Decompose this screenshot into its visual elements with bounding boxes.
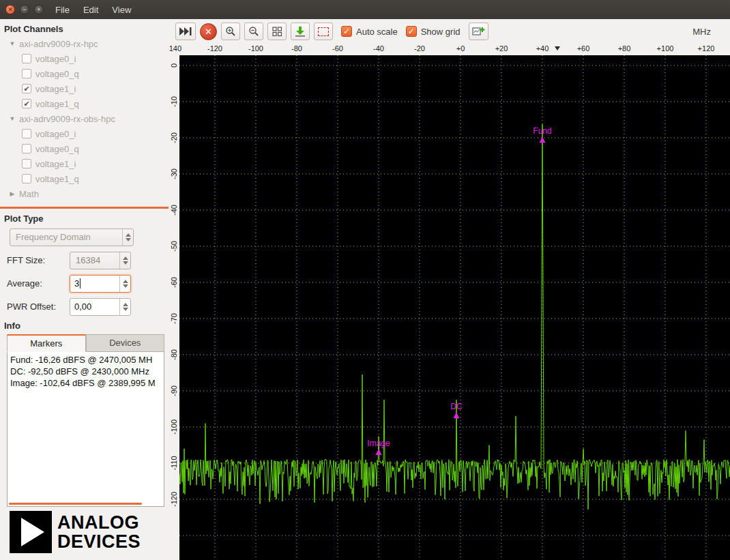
show-grid-checkbox[interactable]: ✓ <box>406 26 417 37</box>
channel-checkbox[interactable] <box>22 159 31 168</box>
spectrum-plot[interactable]: FundDCImage <box>179 55 730 560</box>
expander-down-icon[interactable]: ▼ <box>8 40 16 47</box>
channel-checkbox[interactable] <box>22 69 31 78</box>
channel-checkbox[interactable]: ✔ <box>22 99 31 108</box>
zoom-fit-button[interactable] <box>267 23 287 40</box>
select-region-icon <box>318 27 329 36</box>
tree-channel-row[interactable]: voltage0_q <box>3 66 169 81</box>
tree-item-label: voltage0_q <box>35 69 79 79</box>
window-minimize-button[interactable]: − <box>20 5 29 14</box>
x-tick-label: -60 <box>332 44 343 53</box>
stop-icon: ✕ <box>205 27 212 37</box>
x-tick-label: -140 <box>169 44 181 53</box>
window-close-button[interactable]: ✕ <box>5 5 15 14</box>
x-tick-label: +20 <box>495 44 508 53</box>
pwr-offset-label: PWR Offset: <box>7 301 70 312</box>
menu-edit[interactable]: Edit <box>76 2 105 18</box>
tree-channel-row[interactable]: ✔voltage1_i <box>3 81 169 96</box>
x-tick-label: +40 <box>536 44 549 53</box>
y-tick-label: 0 <box>170 63 178 68</box>
stop-capture-button[interactable]: ✕ <box>200 23 217 40</box>
fft-size-value: 16384 <box>70 255 119 265</box>
x-tick-label: -120 <box>207 44 222 53</box>
zoom-fit-icon <box>272 27 282 37</box>
tab-devices[interactable]: Devices <box>86 334 165 352</box>
chevron-updown-icon <box>119 252 130 269</box>
tree-channel-row[interactable]: voltage0_q <box>3 141 169 156</box>
channel-checkbox[interactable] <box>22 174 31 183</box>
show-grid-option[interactable]: ✓ Show grid <box>406 26 461 37</box>
marker-label: DC <box>450 402 463 411</box>
select-region-button[interactable] <box>314 23 333 40</box>
tree-device-row[interactable]: ▼axi-adrv9009-rx-obs-hpc <box>3 111 169 126</box>
x-tick-label: +60 <box>577 44 590 53</box>
tree-item-label: voltage1_i <box>35 159 76 169</box>
plot-type-value: Frequency Domain <box>10 232 122 242</box>
save-image-button[interactable] <box>291 23 310 40</box>
channel-checkbox[interactable]: ✔ <box>22 84 31 93</box>
y-tick-label: -80 <box>170 349 178 360</box>
tree-device-row[interactable]: ▼axi-adrv9009-rx-hpc <box>3 36 169 51</box>
channel-checkbox[interactable] <box>22 129 31 138</box>
plot-background[interactable] <box>179 55 730 560</box>
x-tick-label: -40 <box>373 44 384 53</box>
x-axis: -140-120-100-80-60-40-20+0+20+40+60+80+1… <box>169 44 730 55</box>
y-tick-label: -70 <box>170 313 178 324</box>
horizontal-scrollbar[interactable] <box>9 503 142 505</box>
tree-item-label: voltage1_i <box>35 84 76 94</box>
menu-file[interactable]: File <box>48 2 76 18</box>
marker-readout-panel: Fund: -16,26 dBFS @ 2470,005 MHDC: -92,5… <box>7 352 164 507</box>
pwr-offset-value: 0,00 <box>70 301 119 312</box>
x-tick-label: -100 <box>248 44 263 53</box>
y-tick-label: -60 <box>170 277 178 288</box>
marker-label: Image <box>367 439 390 448</box>
y-tick-label: -110 <box>170 456 178 470</box>
x-tick-label: +120 <box>698 44 715 53</box>
zoom-in-button[interactable] <box>221 23 240 40</box>
spinner-updown-icon[interactable] <box>119 276 130 292</box>
expander-down-icon[interactable]: ▼ <box>8 115 16 122</box>
y-tick-label: -120 <box>170 492 178 507</box>
zoom-out-icon <box>248 26 259 37</box>
plot-channels-heading: Plot Channels <box>0 22 169 36</box>
sidebar: Plot Channels ▼axi-adrv9009-rx-hpcvoltag… <box>0 19 169 560</box>
menu-view[interactable]: View <box>105 2 138 18</box>
tree-item-label: voltage1_q <box>35 99 79 109</box>
average-spinbox[interactable]: 3 <box>70 275 131 293</box>
channel-checkbox[interactable] <box>22 54 31 63</box>
window-titlebar: ✕ − + File Edit View <box>0 0 730 19</box>
expander-right-icon[interactable]: ▶ <box>8 190 16 197</box>
y-tick-label: -90 <box>170 385 178 396</box>
tree-channel-row[interactable]: ✔voltage1_q <box>3 96 169 111</box>
average-label: Average: <box>7 278 70 289</box>
tree-channel-row[interactable]: voltage0_i <box>3 51 169 66</box>
capture-play-icon <box>179 27 192 36</box>
zoom-out-button[interactable] <box>244 23 263 40</box>
tree-channel-row[interactable]: voltage1_q <box>3 171 169 186</box>
y-tick-label: -100 <box>170 419 178 434</box>
chevron-updown-icon <box>122 229 133 246</box>
spinner-updown-icon[interactable] <box>119 299 130 315</box>
tree-channel-row[interactable]: voltage1_i <box>3 156 169 171</box>
channel-checkbox[interactable] <box>22 144 31 153</box>
tree-math-row[interactable]: ▶Math <box>3 186 169 201</box>
capture-play-button[interactable] <box>175 23 196 40</box>
x-tick-label: +100 <box>657 44 674 53</box>
tab-markers[interactable]: Markers <box>7 334 86 352</box>
new-plot-button[interactable] <box>469 23 488 40</box>
y-tick-label: -10 <box>170 96 178 107</box>
tree-item-label: voltage0_q <box>35 144 79 154</box>
marker-readout-line: DC: -92,50 dBFS @ 2430,000 MHz <box>10 366 161 377</box>
plot-type-select[interactable]: Frequency Domain <box>10 229 134 246</box>
pwr-offset-spinbox[interactable]: 0,00 <box>70 298 131 316</box>
x-tick-label: +0 <box>456 44 465 53</box>
y-axis: 0-10-20-30-40-50-60-70-80-90-100-110-120 <box>169 55 179 560</box>
new-plot-icon <box>472 26 485 37</box>
auto-scale-option[interactable]: ✓ Auto scale <box>341 26 398 37</box>
auto-scale-checkbox[interactable]: ✓ <box>341 26 352 37</box>
tree-channel-row[interactable]: voltage0_i <box>3 126 169 141</box>
window-maximize-button[interactable]: + <box>34 5 44 14</box>
fft-size-select[interactable]: 16384 <box>70 252 131 269</box>
axis-unit-label: MHz <box>692 27 723 37</box>
axis-scale-dropdown-icon[interactable] <box>555 46 560 50</box>
